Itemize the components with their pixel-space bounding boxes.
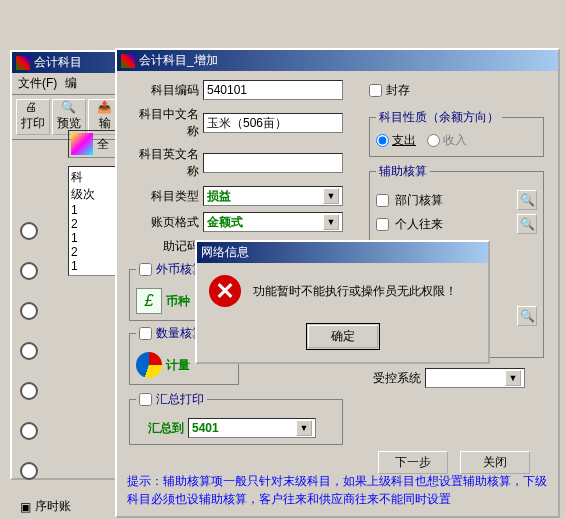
name-cn-input[interactable] — [203, 113, 343, 133]
radio-in[interactable] — [427, 134, 440, 147]
menu-edit[interactable]: 编 — [65, 75, 77, 92]
chevron-down-icon[interactable]: ▼ — [323, 188, 339, 204]
code-input[interactable] — [203, 80, 343, 100]
preview-icon: 🔍 — [61, 100, 77, 114]
search-icon[interactable]: 🔍 — [517, 306, 537, 326]
plus-icon: ▣ — [20, 500, 31, 514]
fx-checkbox[interactable] — [139, 263, 152, 276]
message-dialog: 网络信息 功能暂时不能执行或操作员无此权限！ 确定 — [195, 240, 490, 364]
app-icon — [16, 56, 30, 70]
toolbar-print[interactable]: 🖨打印 — [16, 99, 50, 135]
app-icon — [121, 54, 135, 68]
sum-checkbox[interactable] — [139, 393, 152, 406]
win1-title: 会计科目 — [34, 54, 82, 71]
menu-file[interactable]: 文件(F) — [18, 75, 57, 92]
qty-checkbox[interactable] — [139, 327, 152, 340]
sumto-combo[interactable]: 5401▼ — [188, 418, 316, 438]
pound-icon: £ — [136, 288, 162, 314]
chevron-down-icon[interactable]: ▼ — [505, 370, 521, 386]
seal-checkbox[interactable] — [369, 84, 382, 97]
hint-text: 提示：辅助核算项一般只针对末级科目，如果上级科目也想设置辅助核算，下级科目必须也… — [117, 466, 558, 514]
ok-button[interactable]: 确定 — [308, 325, 378, 348]
label-cn: 科目中文名称 — [129, 106, 199, 140]
label-fmt: 账页格式 — [129, 214, 199, 231]
cube-icon — [71, 133, 93, 155]
aux-person[interactable] — [376, 218, 389, 231]
chevron-down-icon[interactable]: ▼ — [296, 420, 312, 436]
label-code: 科目编码 — [129, 82, 199, 99]
search-icon[interactable]: 🔍 — [517, 190, 537, 210]
type-combo[interactable]: 损益▼ — [203, 186, 343, 206]
printer-icon: 🖨 — [25, 100, 41, 114]
chevron-down-icon[interactable]: ▼ — [323, 214, 339, 230]
ctrl-combo[interactable]: ▼ — [425, 368, 525, 388]
tree-leaf[interactable]: ▣序时账 — [20, 498, 71, 515]
search-icon[interactable]: 🔍 — [517, 214, 537, 234]
dialog-titlebar[interactable]: 网络信息 — [197, 242, 488, 263]
dialog-message: 功能暂时不能执行或操作员无此权限！ — [253, 283, 457, 300]
label-en: 科目英文名称 — [129, 146, 199, 180]
output-icon: 📤 — [97, 100, 113, 114]
win2-title: 会计科目_增加 — [139, 52, 218, 69]
error-icon — [209, 275, 241, 307]
notebook-spiral — [20, 200, 68, 502]
name-en-input[interactable] — [203, 153, 343, 173]
label-aid: 助记码 — [129, 238, 199, 255]
format-combo[interactable]: 金额式▼ — [203, 212, 343, 232]
win2-titlebar[interactable]: 会计科目_增加 — [117, 50, 558, 71]
pie-icon — [136, 352, 162, 378]
label-type: 科目类型 — [129, 188, 199, 205]
aux-dept[interactable] — [376, 194, 389, 207]
radio-out[interactable] — [376, 134, 389, 147]
